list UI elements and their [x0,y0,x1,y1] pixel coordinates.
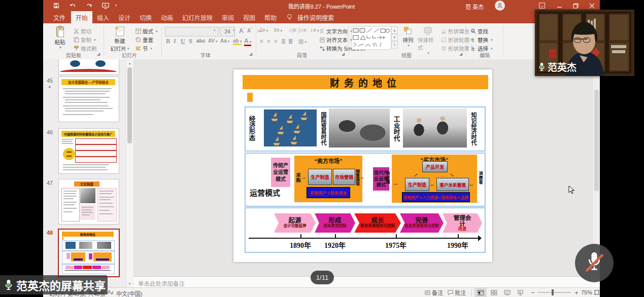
text-direction-button[interactable]: 文字方向▾ [320,27,352,35]
meeting-image[interactable] [403,108,467,147]
tab-animations[interactable]: 动画 [156,11,178,23]
bullets-button[interactable]: ⁚≡▾ [260,27,268,33]
reading-view-button[interactable] [501,288,513,297]
font-dialog-launcher-icon[interactable]: ◢ [249,52,252,56]
language-indicator[interactable]: 中文(中国) [116,289,142,297]
thumbnail-slide-47[interactable]: 文化制度 [58,179,119,225]
buyer-market-box[interactable]: “买方市场” 供应商 ↔ 产品开发 ↔ ↔ 生产制造 ↔ 客户关系管理 ↔ 实物… [392,155,477,203]
cut-button[interactable]: 剪切 [74,27,91,35]
strikethrough-button[interactable]: abc [196,38,205,44]
text-shadow-button[interactable]: S [189,38,192,45]
thumbnail-slide-48-selected[interactable]: 财务的地位 [58,229,120,277]
ships-image[interactable] [264,109,317,146]
tab-transitions[interactable]: 切换 [135,11,156,23]
shape-effects-button[interactable]: 形状效果▾ [441,45,474,52]
tab-slideshow[interactable]: 幻灯片放映 [178,11,217,23]
economy-row[interactable]: 经济形态 国际贸易时代 工业时代 知识经济时代 [245,106,486,152]
comments-toggle-button[interactable]: 批注 [448,288,466,297]
clipboard-dialog-launcher-icon[interactable]: ◢ [97,52,100,56]
crm-box[interactable]: 客户关系管理 [436,178,469,191]
drawing-dialog-launcher-icon[interactable]: ◢ [459,52,462,56]
scroll-up-icon[interactable]: ▲ [126,60,133,66]
align-center-button[interactable]: ≡ [267,38,270,44]
font-name-caret-icon[interactable]: ▾ [214,28,216,32]
stage-management-accounting[interactable]: 管理会计 改进 [443,213,482,233]
shapes-more-icon[interactable]: ≡ [391,41,398,49]
spellcheck-icon[interactable] [107,289,114,296]
scrollbar-thumb[interactable] [127,67,132,143]
tab-insert[interactable]: 插入 [92,11,114,23]
thumbnail-scrollbar[interactable]: ▲ ▼ [126,59,133,287]
change-case-button[interactable]: Aa▾ [220,38,229,44]
zoom-in-button[interactable]: + [573,289,580,296]
slideshow-view-button[interactable] [514,288,526,297]
justify-button[interactable]: ≣ [281,38,286,45]
notes-pane[interactable]: 单击此处添加备注 [133,276,600,288]
slide-canvas[interactable]: 财务的地位 经济形态 国际贸易时代 工业时代 [233,69,492,262]
copy-button[interactable]: 复制▾ [74,36,96,44]
distribute-button[interactable]: ≣ [288,38,293,45]
character-spacing-button[interactable]: AV▾ [208,38,218,44]
increase-indent-button[interactable]: ▷≡ [299,27,307,33]
numbering-button[interactable]: ⁝≡▾ [274,27,282,33]
slide-bullet-square[interactable] [247,93,253,102]
align-left-button[interactable]: ≡ [260,38,263,44]
stage-refinement[interactable]: 完善 信息资源规划与控制 [400,213,444,233]
notes-placeholder[interactable]: 单击此处添加备注 [138,279,185,287]
zoom-percentage[interactable]: 75% [581,289,592,295]
slide-scrollbar-thumb[interactable] [594,90,599,191]
tab-view[interactable]: 视图 [239,11,260,23]
seller-production-box[interactable]: 生产制造 [308,169,332,185]
underline-button[interactable]: U [181,38,185,45]
seller-assets-box[interactable]: 实物资产＋财务资本 [307,187,350,198]
stage-formation[interactable]: 形成 成本费用控制 [315,213,355,233]
animation-star-icon[interactable]: ✶ [48,85,52,90]
tab-home[interactable]: 开始 [71,11,92,23]
paste-button[interactable]: 粘贴 ▼ [50,26,70,49]
paragraph-dialog-launcher-icon[interactable]: ◢ [342,52,345,56]
align-right-button[interactable]: ≡ [274,38,277,44]
find-button[interactable]: 查找 [470,27,488,35]
zoom-slider-track[interactable] [537,292,571,293]
slide-title-banner[interactable]: 财务的地位 [243,75,488,89]
tab-design[interactable]: 设计 [114,11,135,23]
zoom-out-button[interactable]: − [529,289,536,296]
bold-button[interactable]: B [166,38,170,45]
arrange-button[interactable]: 排列 ▾ [400,26,416,48]
font-size-caret-icon[interactable]: ▾ [233,28,235,32]
align-text-button[interactable]: 对齐文本▾ [320,36,352,44]
seller-market-box[interactable]: “卖方市场” 采购 → 生产制造 市场营销 销售渠道 → 实物资产＋财务资本 [294,156,362,202]
buyer-production-box[interactable]: 生产制造 [405,178,429,191]
user-avatar[interactable] [495,1,505,11]
thumbnail-slide-46[interactable]: 中国情境的特色管理会计应用与推广 [58,128,119,174]
buyer-assets-box[interactable]: 实物资产＋人力资源＋财务资本＋品牌 [402,192,470,202]
account-user-name[interactable]: 范 英杰 [465,3,484,11]
tell-me-search[interactable]: 操作说明搜索 [293,11,338,23]
reset-button[interactable]: 重置 [135,36,153,44]
grow-font-button[interactable]: Aˆ [239,27,245,34]
tab-review[interactable]: 审阅 [217,11,239,23]
shape-fill-button[interactable]: 形状填充▾ [441,27,474,35]
webcam-video-tile[interactable]: ( [535,10,634,76]
stage-origin[interactable]: 起源 会计功能延伸 [274,213,316,233]
traditional-model-box[interactable]: 传统产业运营模式 [271,158,290,187]
replace-button[interactable]: ab 替换▾ [470,36,493,44]
microphone-mute-button[interactable] [575,244,614,282]
highlight-color-button[interactable]: ab▾ [233,38,242,45]
zoom-slider-thumb[interactable] [552,289,554,295]
font-color-button[interactable]: A▾ [244,38,251,46]
timeline-row[interactable]: 起源 会计功能延伸 形成 成本费用控制 成长 财务资源规划与控制 完善 信息资源… [245,207,486,253]
line-spacing-button[interactable]: ↕≡▾ [310,27,319,33]
slide-sorter-view-button[interactable] [488,288,500,297]
decrease-indent-button[interactable]: ◁≡ [289,27,296,33]
stage-growth[interactable]: 成长 财务资源规划与控制 [354,213,401,233]
font-name-input[interactable] [165,27,219,36]
shrink-font-button[interactable]: Aˇ [247,27,252,33]
product-dev-box[interactable]: 产品开发 [422,161,448,172]
scroll-down-icon[interactable]: ▼ [126,280,133,287]
new-slide-button[interactable]: 新建 幻灯片▾ [108,26,131,52]
fit-slide-button[interactable] [593,289,600,296]
thumbnail-slide-45[interactable]: 会计发展路径----产学研结合 [58,77,119,122]
shape-outline-button[interactable]: 形状轮廓▾ [441,36,474,44]
normal-view-button[interactable] [474,288,487,297]
